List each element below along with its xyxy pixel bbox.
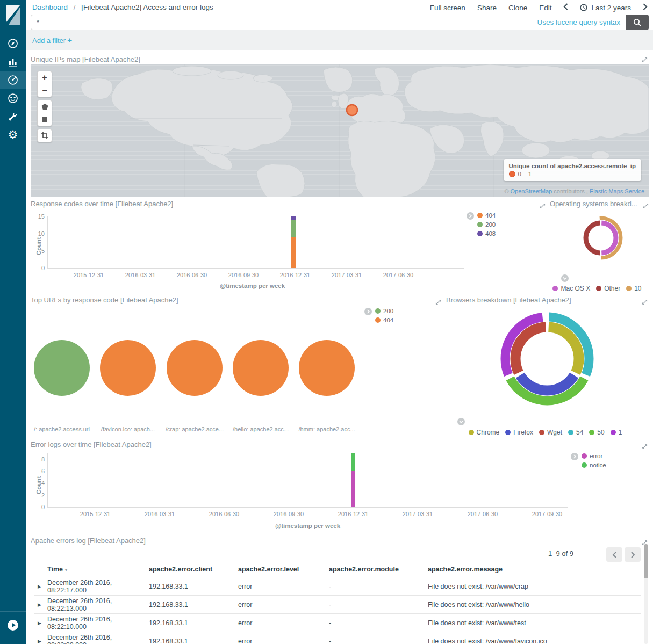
legend-item[interactable]: Wget — [539, 429, 562, 436]
legend-item[interactable]: Firefox — [505, 429, 533, 436]
sidebar-item-dashboard[interactable] — [0, 71, 26, 89]
browsers-donut-chart[interactable] — [500, 312, 594, 406]
column-header-module[interactable]: apache2.error.module — [329, 566, 428, 573]
chevron-right-icon — [572, 454, 577, 459]
legend-item[interactable]: Chrome — [469, 429, 500, 436]
time-forward-button[interactable] — [643, 3, 648, 12]
sidebar-collapse-button[interactable] — [0, 611, 26, 631]
lucene-syntax-link[interactable]: Uses lucene query syntax — [537, 18, 620, 26]
sidebar-item-management[interactable]: ⚙ — [0, 126, 26, 144]
elastic-maps-link[interactable]: Elastic Maps Service — [590, 188, 644, 194]
expand-panel-icon[interactable] — [540, 202, 546, 211]
plot-area[interactable] — [47, 453, 568, 508]
expand-panel-icon[interactable] — [435, 299, 441, 307]
table-row[interactable]: ▶ December 26th 2016, 08:22:10.000 192.1… — [34, 614, 641, 632]
edit-button[interactable]: Edit — [539, 4, 551, 12]
legend-toggle-button[interactable] — [364, 308, 372, 315]
bar-404[interactable] — [291, 247, 296, 268]
legend-item[interactable]: Other — [596, 285, 620, 292]
map-zoom-controls: + − — [37, 71, 52, 97]
expand-panel-icon[interactable] — [642, 299, 648, 307]
bar-notice[interactable] — [351, 453, 355, 471]
chevron-left-icon — [563, 3, 568, 10]
sidebar-item-dev-tools[interactable] — [0, 107, 26, 126]
next-page-button[interactable] — [625, 547, 641, 562]
column-header-time[interactable]: Time ▾ — [47, 566, 149, 573]
column-header-message[interactable]: apache2.error.message — [428, 566, 641, 573]
table-row[interactable]: ▶ December 26th 2016, 08:22:13.000 192.1… — [34, 596, 641, 614]
zoom-in-button[interactable]: + — [38, 71, 52, 84]
plot-area[interactable] — [47, 216, 464, 269]
panel-title: Apache errors log [Filebeat Apache2] — [31, 537, 146, 545]
previous-page-button[interactable] — [606, 547, 622, 562]
sidebar: ⚙ — [0, 0, 26, 644]
clone-button[interactable]: Clone — [508, 4, 527, 12]
legend-item[interactable]: error — [582, 453, 602, 459]
x-tick: 2016-03-31 — [125, 272, 155, 278]
zoom-out-button[interactable]: − — [38, 84, 52, 97]
sidebar-item-discover[interactable] — [0, 34, 26, 53]
legend-toggle-button[interactable] — [561, 274, 569, 282]
panel-top-urls: Top URLs by response code [Filebeat Apac… — [31, 296, 442, 438]
pie-chart-hmm[interactable] — [299, 340, 355, 396]
expand-row-icon[interactable]: ▶ — [34, 584, 47, 589]
table-scrollbar[interactable] — [644, 544, 648, 644]
legend-item[interactable]: 10 — [626, 285, 641, 292]
world-map[interactable]: + − Unique count of apache2.acc — [31, 64, 649, 197]
crop-button[interactable] — [38, 129, 52, 142]
legend-toggle-button[interactable] — [467, 212, 474, 220]
search-input[interactable] — [31, 18, 537, 26]
column-header-client[interactable]: apache2.error.client — [149, 566, 238, 573]
expand-row-icon[interactable]: ▶ — [34, 620, 47, 626]
expand-panel-icon[interactable] — [643, 202, 649, 211]
expand-panel-icon[interactable] — [642, 443, 648, 451]
legend-item[interactable]: 54 — [568, 429, 583, 436]
breadcrumb-dashboard-link[interactable]: Dashboard — [32, 3, 68, 11]
map-marker[interactable] — [347, 105, 357, 115]
breadcrumb-separator: / — [74, 3, 76, 11]
add-filter-button[interactable]: Add a filter+ — [32, 35, 72, 45]
expand-row-icon[interactable]: ▶ — [34, 602, 47, 607]
kibana-logo[interactable] — [0, 0, 26, 30]
bar-error[interactable] — [351, 471, 355, 507]
wrench-icon — [8, 111, 18, 122]
legend-item[interactable]: 1 — [611, 429, 622, 436]
legend-item[interactable]: 408 — [477, 230, 496, 237]
table-row[interactable]: ▶ December 26th 2016, 08:22:08.000 192.1… — [34, 632, 641, 644]
timelion-face-icon — [8, 93, 18, 104]
pie-chart-crap[interactable] — [167, 340, 223, 396]
table-row[interactable]: ▶ December 26th 2016, 08:22:17.000 192.1… — [34, 577, 641, 596]
draw-rectangle-button[interactable] — [38, 113, 52, 126]
legend-item[interactable]: notice — [582, 462, 606, 468]
expand-panel-icon[interactable] — [642, 56, 648, 64]
legend-item[interactable]: 404 — [477, 212, 496, 219]
full-screen-button[interactable]: Full screen — [430, 4, 465, 12]
scrollbar-thumb[interactable] — [644, 544, 648, 578]
bar-200[interactable] — [291, 220, 296, 237]
os-donut-chart[interactable] — [578, 215, 623, 261]
legend-item[interactable]: 200 — [375, 308, 393, 314]
pie-chart-root-url[interactable] — [34, 340, 90, 396]
sidebar-item-visualize[interactable] — [0, 53, 26, 71]
bar-408[interactable] — [291, 216, 296, 220]
legend-item[interactable]: 404 — [375, 317, 393, 323]
share-button[interactable]: Share — [477, 4, 497, 12]
x-tick: 2016-12-31 — [338, 511, 368, 517]
draw-polygon-button[interactable] — [38, 100, 52, 113]
timepicker-button[interactable]: Last 2 years — [580, 4, 631, 12]
legend-item[interactable]: 200 — [477, 221, 496, 228]
legend-item[interactable]: 50 — [589, 429, 604, 436]
chevron-right-icon — [643, 3, 648, 10]
legend-toggle-button[interactable] — [571, 453, 578, 460]
search-button[interactable] — [626, 15, 649, 30]
pie-chart-hello[interactable] — [233, 340, 289, 396]
legend-toggle-button[interactable] — [457, 418, 465, 425]
pie-chart-favicon[interactable] — [100, 340, 156, 396]
osm-link[interactable]: OpenStreetMap — [511, 188, 552, 194]
time-back-button[interactable] — [563, 3, 568, 12]
expand-row-icon[interactable]: ▶ — [34, 639, 47, 644]
legend-item[interactable]: Mac OS X — [552, 285, 590, 292]
map-filter-controls — [37, 129, 52, 142]
sidebar-item-timelion[interactable] — [0, 89, 26, 107]
column-header-level[interactable]: apache2.error.level — [238, 566, 329, 573]
